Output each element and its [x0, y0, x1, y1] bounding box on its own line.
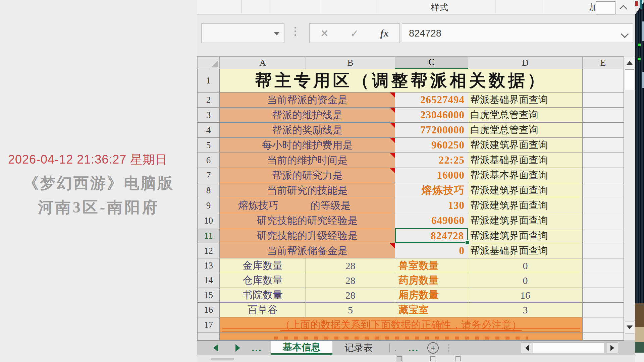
value-cell[interactable]: 0 [395, 243, 468, 258]
value-cell[interactable]: 23046000 [395, 108, 468, 123]
facility-count-cell[interactable]: 5 [306, 303, 395, 317]
source-cell[interactable]: 帮派建筑界面查询 [468, 228, 583, 243]
enter-icon[interactable]: ✓ [350, 27, 359, 39]
column-header-b[interactable]: B [306, 56, 395, 69]
insert-function-icon[interactable]: fx [380, 27, 389, 39]
empty-cell[interactable] [583, 108, 624, 123]
hscroll-left-button[interactable] [521, 343, 533, 353]
facility-name-cell[interactable]: 百草谷 [220, 303, 306, 317]
sheet-overflow-right[interactable]: ... [408, 346, 419, 350]
empty-cell[interactable] [583, 153, 624, 168]
select-all-corner[interactable] [197, 56, 220, 69]
value-cell[interactable]: 22:25 [395, 153, 468, 168]
source-cell[interactable]: 帮派基础界面查询 [468, 93, 583, 108]
facility-name-cell-2[interactable]: 藏宝室 [395, 303, 468, 317]
row-header[interactable]: 14 [197, 273, 220, 288]
hscroll-right-button[interactable] [606, 343, 618, 353]
value-cell[interactable]: 649060 [395, 213, 468, 228]
column-header-e[interactable]: E [583, 56, 624, 69]
clipped-orange-cell[interactable] [220, 333, 583, 341]
empty-cell[interactable] [583, 258, 624, 273]
source-cell[interactable]: 白虎堂总管查询 [468, 108, 583, 123]
row-header[interactable]: 12 [197, 243, 220, 258]
name-box-dropdown-icon[interactable] [274, 32, 279, 36]
cancel-icon[interactable]: ✕ [320, 27, 329, 39]
facility-name-cell[interactable]: 金库数量 [220, 258, 306, 273]
label-cell[interactable]: 帮派的研究力是 [220, 168, 395, 183]
scroll-down-button[interactable] [625, 321, 634, 334]
formula-bar-grip[interactable] [294, 27, 296, 36]
empty-cell[interactable] [583, 228, 624, 243]
tab-record-sheet[interactable]: 记录表 [332, 341, 385, 355]
collapse-ribbon-icon[interactable] [619, 5, 627, 13]
row-header[interactable]: 4 [197, 123, 220, 138]
facility-name-cell-2[interactable]: 厢房数量 [395, 288, 468, 303]
facility-name-cell-2[interactable]: 兽室数量 [395, 258, 468, 273]
source-cell[interactable]: 白虎堂总管查询 [468, 123, 583, 138]
facility-count-cell[interactable]: 28 [306, 288, 395, 303]
view-page-layout-icon[interactable] [430, 356, 435, 361]
empty-cell[interactable] [583, 93, 624, 108]
empty-cell[interactable] [583, 69, 624, 93]
row-header[interactable]: 7 [197, 168, 220, 183]
empty-cell[interactable] [583, 123, 624, 138]
facility-count-cell-2[interactable]: 0 [468, 258, 583, 273]
facility-count-cell-2[interactable]: 16 [468, 288, 583, 303]
source-cell[interactable]: 帮派基本界面查询 [468, 168, 583, 183]
row-header[interactable]: 3 [197, 108, 220, 123]
empty-cell[interactable] [583, 168, 624, 183]
label-cell[interactable]: 帮派的奖励线是 [220, 123, 395, 138]
value-cell[interactable]: 77200000 [395, 123, 468, 138]
label-cell[interactable]: 研究技能的研究经验是 [220, 213, 395, 228]
row-header[interactable]: 11 [197, 228, 220, 243]
column-header-c[interactable]: C [395, 56, 468, 69]
label-cell[interactable]: 熔炼技巧的等级是 [220, 198, 395, 213]
horizontal-scroll-track[interactable] [533, 343, 604, 353]
source-cell[interactable]: 帮派建筑界面查询 [468, 198, 583, 213]
column-header-a[interactable]: A [220, 56, 306, 69]
empty-cell[interactable] [583, 243, 624, 258]
empty-cell[interactable] [583, 273, 624, 288]
row-header[interactable]: 2 [197, 93, 220, 108]
row-header[interactable]: 1 [197, 69, 220, 93]
facility-count-cell[interactable]: 28 [306, 273, 395, 288]
row-header[interactable]: 10 [197, 213, 220, 228]
facility-count-cell-2[interactable]: 0 [468, 273, 583, 288]
value-cell[interactable]: 16000 [395, 168, 468, 183]
row-header[interactable]: 6 [197, 153, 220, 168]
facility-name-cell[interactable]: 仓库数量 [220, 273, 306, 288]
label-cell[interactable]: 当前研究的技能是 [220, 183, 395, 198]
value-cell[interactable]: 130 [395, 198, 468, 213]
vertical-scroll-thumb[interactable] [625, 69, 634, 90]
row-header[interactable]: 5 [197, 138, 220, 153]
sheet-overflow-left[interactable]: ... [252, 346, 262, 350]
empty-cell[interactable] [583, 183, 624, 198]
label-cell[interactable]: 当前帮派的资金是 [220, 93, 395, 108]
empty-cell[interactable] [583, 303, 624, 317]
row-header[interactable]: 15 [197, 288, 220, 303]
value-cell[interactable]: 熔炼技巧 [395, 183, 468, 198]
row-header[interactable]: 16 [197, 303, 220, 317]
source-cell[interactable]: 帮派建筑界面查询 [468, 138, 583, 153]
notice-cell[interactable]: （上面的数据关系到下面数据的正确性，请务必注意） [220, 317, 583, 333]
label-cell[interactable]: 帮派的维护线是 [220, 108, 395, 123]
facility-count-cell-2[interactable]: 3 [468, 303, 583, 317]
label-cell[interactable]: 当前帮派储备金是 [220, 243, 395, 258]
empty-cell[interactable] [583, 333, 624, 341]
source-cell[interactable]: 帮派建筑界面查询 [468, 183, 583, 198]
facility-count-cell[interactable]: 28 [306, 258, 395, 273]
empty-cell[interactable] [583, 198, 624, 213]
source-cell[interactable]: 帮派基础界面查询 [468, 243, 583, 258]
facility-name-cell[interactable]: 书院数量 [220, 288, 306, 303]
view-page-break-icon[interactable] [455, 356, 461, 361]
scroll-up-button[interactable] [625, 57, 634, 69]
source-cell[interactable]: 帮派基础界面查询 [468, 153, 583, 168]
empty-cell[interactable] [583, 138, 624, 153]
column-header-d[interactable]: D [468, 56, 583, 69]
label-cell[interactable]: 当前的维护时间是 [220, 153, 395, 168]
row-header[interactable]: 8 [197, 183, 220, 198]
row-header[interactable]: 9 [197, 198, 220, 213]
value-cell[interactable]: 26527494 [395, 93, 468, 108]
prev-sheet-icon[interactable] [213, 344, 218, 352]
tab-basic-info[interactable]: 基本信息 [271, 341, 332, 355]
